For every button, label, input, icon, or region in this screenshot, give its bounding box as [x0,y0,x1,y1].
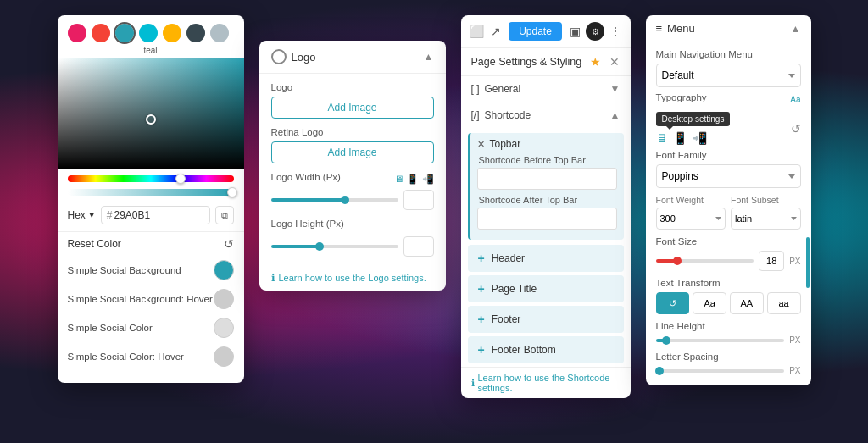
desktop-settings-tooltip: Desktop settings [656,112,731,126]
hue-slider[interactable] [68,175,234,182]
transform-reset-btn[interactable]: ↺ [656,292,690,314]
logo-section-body: Logo Add Image Retina Logo Add Image Log… [259,74,446,265]
logo-learn-link[interactable]: ℹ Learn how to use the Logo settings. [259,265,446,291]
alpha-slider[interactable] [68,189,234,196]
desktop-device-icon[interactable]: 🖥 [656,131,668,145]
color-setting-swatch-4[interactable] [214,346,234,367]
logo-height-slider-row [271,236,434,257]
font-family-select[interactable]: Poppins [656,164,801,188]
font-size-input[interactable] [759,251,784,271]
swatch-amber[interactable] [163,24,181,42]
transform-capitalize-btn[interactable]: Aa [693,292,726,314]
logo-width-thumb [341,196,349,204]
desktop-icon[interactable]: 🖥 [394,174,403,185]
logo-width-label: Logo Width (Px) [271,172,341,182]
line-height-slider[interactable] [656,339,785,342]
hex-label: Hex [68,209,86,221]
letter-spacing-row: Letter Spacing PX [656,352,801,375]
ps-footer-bottom-item[interactable]: + Footer Bottom [468,336,624,363]
responsive-icons: 🖥 📱 📲 [394,174,434,185]
add-retina-image-button[interactable]: Add Image [271,141,434,163]
ps-page-title-item[interactable]: + Page Title [468,275,624,302]
transform-lowercase-btn[interactable]: aa [767,292,801,314]
tablet-icon[interactable]: 📱 [407,174,419,185]
info-icon: ℹ [271,272,275,284]
logo-width-slider-row [271,190,434,210]
font-subset-select[interactable]: latin [731,208,801,230]
swatch-cyan[interactable] [139,24,158,42]
letter-spacing-thumb [655,367,664,375]
ps-learn-link[interactable]: ℹ Learn how to use the Shortcode setting… [461,368,631,398]
hex-value[interactable]: 29A0B1 [114,209,164,221]
mobile-icon[interactable]: 📲 [422,174,434,185]
main-nav-select[interactable]: Default [656,64,801,87]
font-size-thumb [673,257,682,265]
ps-star-icon[interactable]: ★ [590,55,601,69]
ps-settings-icon[interactable]: ⚙ [586,22,604,41]
ps-general-section[interactable]: [ ] General ▼ [461,76,631,102]
color-setting-label-1: Simple Social Background [68,265,181,275]
text-transform-label: Text Transform [656,278,801,288]
typo-refresh-icon[interactable]: ↺ [791,122,801,136]
logo-width-slider[interactable] [271,198,398,202]
swatch-red[interactable] [92,24,110,42]
ps-after-topbar-input[interactable] [477,208,617,230]
ps-icons-right: ▣ ⚙ ⋮ [570,22,621,41]
color-setting-item: Simple Social Background [58,256,244,285]
swatch-light[interactable] [210,24,229,42]
ps-header-item[interactable]: + Header [468,245,624,272]
refresh-icon[interactable]: ↺ [224,237,234,251]
logo-height-slider[interactable] [271,245,398,248]
ps-more-icon[interactable]: ⋮ [609,25,621,38]
color-setting-swatch-3[interactable] [214,318,234,338]
ps-before-topbar-input[interactable] [477,168,617,190]
color-setting-swatch-1[interactable] [214,260,234,280]
ps-title-text: Page Settings & Styling [471,56,582,68]
typo-menu-chevron[interactable]: ▲ [791,23,801,35]
ps-footer-item[interactable]: + Footer [468,306,624,333]
font-size-slider[interactable] [656,259,754,263]
line-height-unit: PX [789,335,800,345]
ps-general-text: General [485,83,521,95]
reset-color-button[interactable]: Reset Color [68,238,121,250]
logo-chevron-icon[interactable]: ▲ [424,51,434,63]
mobile-device-icon[interactable]: 📲 [693,131,707,145]
color-canvas[interactable] [58,58,244,169]
transform-uppercase-btn[interactable]: AA [730,292,764,314]
ps-close-icon[interactable]: ✕ [609,55,620,69]
logo-height-input[interactable] [403,236,434,257]
color-swatches [58,15,244,46]
swatch-dark[interactable] [186,24,205,42]
ps-topbar: ⬜ ↗ Update ▣ ⚙ ⋮ [461,15,631,48]
color-setting-swatch-2[interactable] [214,289,234,309]
color-setting-item-3: Simple Social Color [58,313,244,342]
alpha-thumb [227,187,237,197]
logo-width-input[interactable] [403,190,434,210]
copy-icon-button[interactable]: ⧉ [215,206,234,224]
ps-monitor-icon[interactable]: ⬜ [470,25,484,38]
color-setting-item-4: Simple Social Color: Hover [58,342,244,371]
hex-chevron-icon: ▼ [88,211,96,219]
font-weight-select[interactable]: 300 [656,208,726,230]
add-image-button[interactable]: Add Image [271,97,434,119]
scrollbar-indicator[interactable] [806,237,810,288]
typo-menu-header: ≡ Menu ▲ [646,15,811,42]
menu-title-text: Menu [667,22,695,35]
logo-width-row: Logo Width (Px) 🖥 📱 📲 [271,172,434,210]
swatch-teal[interactable] [115,24,134,42]
typo-menu-title: ≡ Menu [656,22,695,35]
ps-info-icon: ℹ [471,378,475,389]
ps-layout-icon[interactable]: ▣ [570,25,581,38]
hex-input-wrapper: # 29A0B1 [101,206,210,224]
typography-section-label: Typography [656,92,707,102]
hex-select[interactable]: Hex ▼ [68,209,96,221]
tablet-device-icon[interactable]: 📱 [673,131,687,145]
ps-topbar-close[interactable]: ✕ [477,139,485,150]
letter-spacing-slider[interactable] [656,369,785,373]
ps-shortcode-header[interactable]: [/] Shortcode ▲ [461,102,631,128]
ps-update-button[interactable]: Update [509,22,562,41]
ps-external-link-icon[interactable]: ↗ [491,25,501,38]
ps-general-icon: [ ] [471,83,480,95]
font-weight-label: Font Weight [656,195,726,205]
swatch-pink[interactable] [68,24,86,42]
